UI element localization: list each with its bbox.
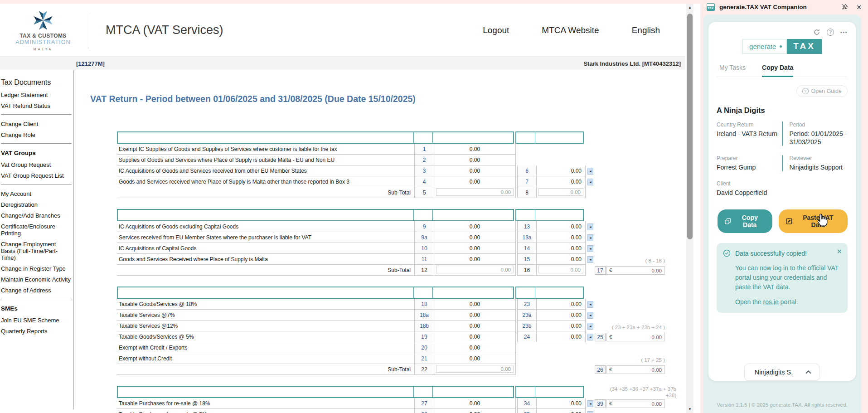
subtotal-value-field[interactable]: 0.00 [538, 188, 583, 196]
nav-logout[interactable]: Logout [483, 25, 509, 35]
expand-arrow-icon[interactable]: ◄ [587, 245, 593, 252]
unpin-icon[interactable] [841, 4, 848, 10]
sidebar-item-change-in-register-type[interactable]: Change in Register Type [1, 265, 72, 272]
box-value-field[interactable]: 0.00 [537, 254, 586, 265]
box-value-field[interactable]: 0.00 [537, 310, 586, 321]
sidebar-item-vat-group-request[interactable]: Vat Group Request [1, 161, 72, 168]
brand-generate-text: generate [749, 43, 776, 50]
euro-value-box: €0.00 [606, 333, 665, 341]
nav-language[interactable]: English [632, 25, 660, 35]
box-value-field[interactable]: 0.00 [537, 221, 586, 232]
expand-arrow-icon[interactable]: ◄ [587, 168, 593, 175]
expand-arrow-icon[interactable]: ◄ [587, 224, 593, 230]
scrollbar-thumb[interactable] [687, 14, 693, 239]
box-number: 39 [595, 399, 606, 408]
box-value-field[interactable]: 0.00 [434, 243, 516, 254]
toast-close-icon[interactable]: ✕ [836, 248, 842, 256]
box-value-field[interactable]: 0.00 [537, 265, 586, 276]
vat-return-table: Exempt IC Supplies of Goods and Supplies… [117, 131, 685, 413]
box-value-field[interactable]: 0.00 [434, 144, 516, 155]
box-value-field[interactable]: 0.00 [434, 176, 516, 187]
taxpayer-id: [121277M] [76, 60, 105, 67]
sidebar-item-maintain-economic-activity[interactable]: Maintain Economic Activity [1, 276, 72, 283]
euro-value-field[interactable]: 0.00 [612, 366, 664, 374]
main-scrollbar[interactable]: ▲ ▼ [686, 4, 693, 413]
box-value-field[interactable]: 0.00 [537, 176, 586, 187]
box-value-field[interactable]: 0.00 [434, 310, 516, 321]
box-value-field[interactable]: 0.00 [434, 409, 516, 413]
expand-arrow-icon[interactable]: ◄ [587, 179, 593, 185]
box-value-field[interactable]: 0.00 [434, 254, 516, 265]
app-header: TAX & CUSTOMS ADMINISTRATION MALTA MTCA … [0, 4, 685, 57]
tab-my-tasks[interactable]: My Tasks [719, 64, 746, 77]
paste-vat-data-button[interactable]: Paste VAT Data [779, 209, 848, 233]
sidebar-item-change-add-branches[interactable]: Change/Add Branches [1, 212, 72, 219]
sidebar-item-quarterly-reports[interactable]: Quarterly Reports [1, 328, 72, 335]
box-value-field[interactable]: 0.00 [434, 364, 516, 375]
euro-value-field[interactable]: 0.00 [612, 267, 664, 274]
sidebar-item-change-role[interactable]: Change Role [1, 131, 72, 138]
euro-value-field[interactable]: 0.00 [612, 400, 664, 408]
sidebar-item-vat-refund-status[interactable]: VAT Refund Status [1, 102, 72, 109]
sidebar-item-vat-group-request-list[interactable]: VAT Group Request List [1, 172, 72, 179]
expand-arrow-icon[interactable]: ◄ [587, 301, 593, 308]
sidebar-item-change-employment-basis-full-time-part-time[interactable]: Change Employment Basis (Full-Time/Part-… [1, 241, 72, 261]
box-value-field[interactable]: 0.00 [434, 155, 516, 165]
box-value-field[interactable]: 0.00 [434, 398, 516, 409]
sidebar-item-change-of-address[interactable]: Change of Address [1, 287, 72, 294]
box-value-field[interactable]: 0.00 [537, 187, 586, 198]
scrollbar-down-icon[interactable]: ▼ [686, 407, 693, 411]
box-number: 26 [595, 365, 606, 374]
nav-mtca-website[interactable]: MTCA Website [542, 25, 599, 35]
box-value-field[interactable]: 0.00 [434, 232, 516, 243]
panel-close-icon[interactable]: ✕ [856, 4, 862, 11]
subtotal-value-field[interactable]: 0.00 [538, 266, 583, 273]
sidebar-item-join-eu-sme-scheme[interactable]: Join EU SME Scheme [1, 317, 72, 324]
expand-arrow-icon[interactable]: ◄ [587, 400, 593, 407]
more-options-icon[interactable]: ••• [840, 29, 848, 35]
subtotal-value-field[interactable]: 0.00 [436, 188, 514, 196]
box-value-field[interactable]: 0.00 [434, 165, 516, 176]
box-value-field[interactable]: 0.00 [537, 299, 586, 310]
euro-value-field[interactable]: 0.00 [612, 333, 664, 341]
expand-arrow-icon[interactable]: ◄ [587, 256, 593, 263]
box-value-field[interactable]: 0.00 [434, 331, 516, 342]
box-value-field[interactable]: 0.00 [434, 299, 516, 310]
expand-arrow-icon[interactable]: ◄ [587, 312, 593, 319]
box-value-field[interactable]: 0.00 [434, 353, 516, 364]
sidebar-item-certificate-enclosure-printing[interactable]: Certificate/Enclosure Printing [1, 223, 72, 237]
box-value-field[interactable]: 0.00 [537, 409, 586, 413]
subtotal-value-field[interactable]: 0.00 [436, 365, 514, 373]
ros-ie-link[interactable]: ros.ie [763, 298, 779, 306]
subtotal-value-field[interactable]: 0.00 [436, 266, 514, 273]
refresh-icon[interactable] [813, 29, 820, 36]
expand-arrow-icon[interactable]: ◄ [587, 334, 593, 340]
sidebar-item-deregistration[interactable]: Deregistration [1, 201, 72, 208]
help-icon[interactable]: ? [827, 29, 834, 36]
box-value-field[interactable]: 0.00 [537, 331, 586, 342]
box-value-field[interactable]: 0.00 [537, 232, 586, 243]
expand-arrow-icon[interactable]: ◄ [587, 411, 593, 413]
box-value-field[interactable]: 0.00 [537, 398, 586, 409]
expand-arrow-icon[interactable]: ◄ [587, 323, 593, 330]
expand-arrow-icon[interactable]: ◄ [587, 234, 593, 241]
tab-copy-data[interactable]: Copy Data [762, 64, 793, 77]
sidebar-item-ledger-statement[interactable]: Ledger Statement [1, 92, 72, 98]
scrollbar-up-icon[interactable]: ▲ [686, 5, 693, 10]
sidebar-item-my-account[interactable]: My Account [1, 190, 72, 197]
box-value-field[interactable]: 0.00 [434, 265, 516, 276]
row-label: Taxable Purchases for re-sale @ 5% [117, 409, 414, 413]
box-value-field[interactable]: 0.00 [537, 321, 586, 331]
sidebar-item-change-client[interactable]: Change Client [1, 121, 72, 127]
box-number: 9 [414, 221, 434, 232]
box-value-field[interactable]: 0.00 [537, 165, 586, 176]
copy-data-button[interactable]: Copy Data [718, 209, 772, 233]
box-value-field[interactable]: 0.00 [537, 243, 586, 254]
box-value-field[interactable]: 0.00 [434, 321, 516, 331]
box-value-field[interactable]: 0.00 [434, 187, 516, 198]
user-dropdown-button[interactable]: Ninjadigits S. [744, 364, 820, 381]
header-cell [118, 387, 413, 397]
box-value-field[interactable]: 0.00 [434, 342, 516, 353]
open-guide-button[interactable]: ? Open Guide [796, 85, 848, 97]
box-value-field[interactable]: 0.00 [434, 221, 516, 232]
